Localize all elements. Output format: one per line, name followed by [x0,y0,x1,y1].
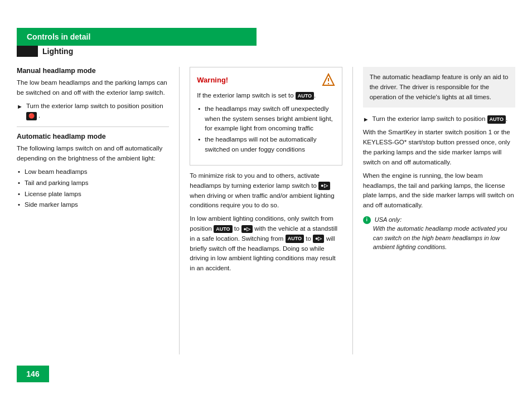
col-divider-1 [179,67,180,354]
lamp-badge-to2: ●▷ [313,235,324,243]
manual-arrow-text: Turn the exterior lamp switch to positio… [26,101,169,121]
left-column: Manual headlamp mode The low beam headla… [17,67,169,354]
manual-headlamp-intro: The low beam headlamps and the parking l… [17,78,169,98]
right-arrow-text: Turn the exterior lamp switch to positio… [373,114,508,124]
info-box-text: The automatic headlamp feature is only a… [370,74,509,100]
header-title: Controls in detail [27,32,90,41]
bullet-side-marker: Side marker lamps [17,200,169,210]
page-number-box: 146 [17,366,49,382]
auto-badge-condition: AUTO [296,92,314,100]
svg-point-2 [327,83,328,84]
usa-label: USA only: [375,216,402,223]
auto-headlamp-intro: The following lamps switch on and off au… [17,144,169,164]
section-black-bar [17,46,38,57]
header-bar: Controls in detail [17,28,257,46]
smartkey-text: With the SmartKey in starter switch posi… [363,128,515,167]
lamp-badge-minimize: ●▷ [318,182,330,190]
usa-note: i USA only: With the automatic headlamp … [363,215,515,252]
section-label-row: Lighting [17,46,73,57]
warning-condition-text: If the exterior lamp switch is set to AU… [197,91,335,101]
minimize-text: To minimize risk to you and to others, a… [190,171,342,211]
warning-bullet-1: the headlamps may switch off unexpectedl… [197,104,335,134]
lamp-badge-to: ●▷ [241,225,253,233]
col-divider-2 [352,67,353,354]
auto-headlamp-title: Automatic headlamp mode [17,133,169,140]
warning-title: Warning! [197,76,228,84]
bullet-license-plate: License plate lamps [17,189,169,199]
page-number: 146 [26,369,39,378]
manual-arrow-item: ► Turn the exterior lamp switch to posit… [17,101,169,121]
auto-badge-right: AUTO [487,115,506,124]
warning-bullet-2: the headlamps will not be automatically … [197,135,335,155]
middle-column: Warning! If the exterior lamp switch is … [190,67,342,354]
low-ambient-text: In low ambient lighting conditions, only… [190,214,342,274]
manual-headlamp-title: Manual headlamp mode [17,67,169,75]
engine-text: When the engine is running, the low beam… [363,171,515,211]
section-label: Lighting [42,47,73,56]
bullet-low-beam: Low beam headlamps [17,167,169,177]
right-arrow-item: ► Turn the exterior lamp switch to posit… [363,114,515,124]
auto-headlamp-bullets: Low beam headlamps Tail and parking lamp… [17,167,169,210]
auto-badge-from2: AUTO [286,235,304,243]
warning-header: Warning! [197,73,335,86]
right-column: The automatic headlamp feature is only a… [363,67,515,354]
auto-badge-from: AUTO [214,225,232,233]
arrow-right-icon: ► [17,102,23,111]
warning-bullets: the headlamps may switch off unexpectedl… [197,104,335,155]
bullet-tail-parking: Tail and parking lamps [17,178,169,188]
info-box-gray: The automatic headlamp feature is only a… [363,67,515,108]
divider-1 [17,126,169,127]
lamp-badge-left: 🔴 [26,112,37,120]
arrow-right-icon-2: ► [363,115,369,124]
usa-text: With the automatic headlamp mode activat… [373,224,515,252]
info-circle-icon: i [363,216,371,224]
content-area: Manual headlamp mode The low beam headla… [17,67,515,354]
warning-box: Warning! If the exterior lamp switch is … [190,67,342,166]
warning-triangle-icon [322,73,335,86]
